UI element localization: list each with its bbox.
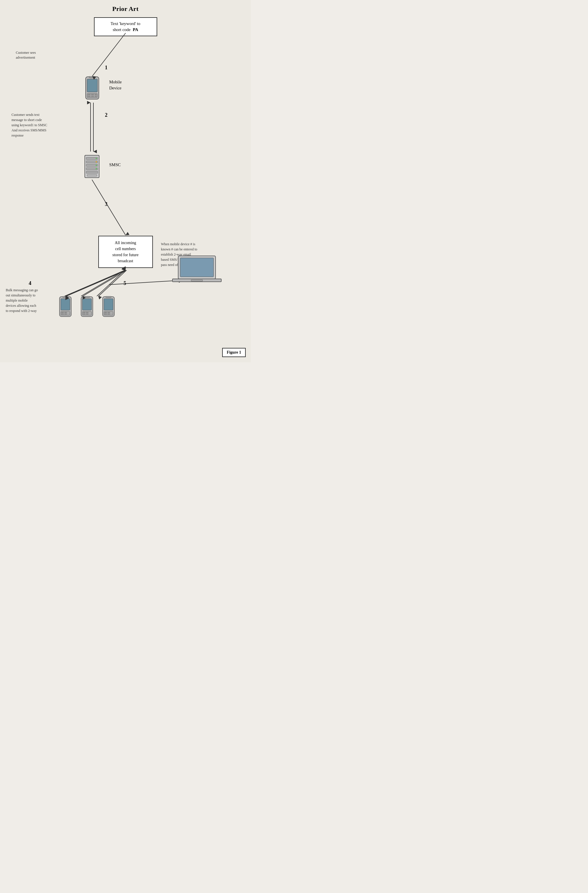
svg-point-19 [96,168,97,169]
svg-line-56 [99,270,126,296]
svg-rect-43 [104,313,107,314]
ann-computer: When mobile device # is known # can be e… [161,242,211,268]
svg-line-51 [64,270,125,296]
svg-line-50 [66,270,126,296]
pa-badge: PA [133,27,138,32]
top-box-line1: Text 'keyword' to [111,21,141,26]
storage-box: All incoming cell numbers stored for fut… [98,236,153,268]
mobile-device-label: Mobile Device [109,79,122,91]
svg-rect-23 [63,296,68,298]
svg-rect-30 [82,299,92,310]
ann-step4: Bulk messaging can go out simultaneously… [6,287,49,313]
svg-line-49 [66,270,126,296]
svg-line-57 [109,280,181,285]
svg-line-45 [92,33,126,76]
svg-rect-8 [91,96,94,97]
mobile-device-icon [83,76,101,102]
svg-rect-9 [94,96,97,97]
svg-rect-6 [94,94,97,95]
svg-rect-34 [86,312,88,313]
svg-rect-44 [108,313,110,314]
svg-rect-39 [106,296,111,298]
svg-rect-1 [87,79,98,92]
svg-point-17 [96,161,97,162]
svg-line-52 [66,270,126,296]
svg-point-18 [96,165,97,166]
svg-rect-31 [84,296,90,298]
phone-svg [83,76,101,102]
step2-label: 2 [105,112,108,118]
phone-bottom-2 [79,296,95,319]
svg-rect-22 [61,299,70,310]
step4-label: 4 [29,280,32,286]
svg-rect-42 [108,312,110,313]
svg-line-53 [81,270,125,296]
svg-line-48 [92,180,126,235]
phone-bottom-1 [57,296,73,319]
svg-rect-27 [61,313,64,314]
svg-rect-25 [61,312,64,313]
figure-box: Figure 1 [222,348,246,357]
step5-label: 5 [124,280,126,286]
svg-rect-41 [104,312,107,313]
smsc-label: SMSC [109,162,121,167]
svg-rect-20 [87,174,97,176]
svg-rect-2 [89,76,95,78]
server-svg [82,154,102,180]
computer-label: Computer [198,275,216,280]
step3-label: 3 [105,201,108,207]
ann-step2: Customer sends text message to short cod… [12,112,56,138]
svg-point-16 [96,158,97,159]
diagram-container: Prior Art Text 'keyword' to short code P… [0,0,251,362]
svg-rect-26 [64,312,67,313]
svg-rect-4 [88,94,90,95]
svg-rect-35 [83,313,86,314]
smsc-icon [82,154,102,181]
svg-rect-15 [86,171,98,173]
phone-row [57,296,116,319]
top-instruction-box: Text 'keyword' to short code PA [94,17,157,36]
svg-line-54 [83,270,126,296]
ann-customer-sees: Customer sees advertisement [16,50,50,60]
svg-rect-28 [64,313,67,314]
svg-rect-7 [88,96,90,97]
svg-line-55 [97,270,125,296]
svg-rect-33 [83,312,86,313]
svg-rect-36 [86,313,88,314]
svg-rect-38 [104,299,113,310]
svg-rect-5 [91,94,94,95]
top-box-line2: short code [112,27,130,32]
page-title: Prior Art [0,0,251,15]
step1-label: 1 [105,65,108,71]
phone-bottom-3 [100,296,116,319]
